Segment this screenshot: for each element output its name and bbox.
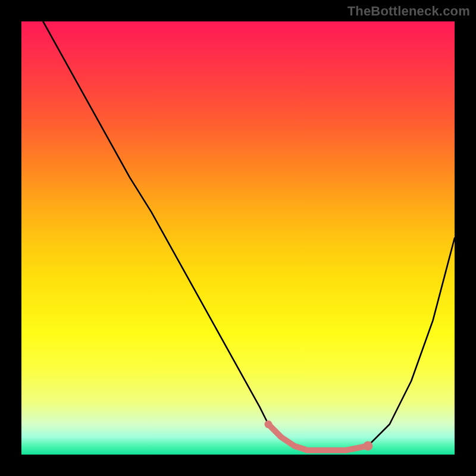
plot-area: [21, 21, 455, 455]
highlight-dot: [363, 441, 372, 450]
curve-svg: [21, 21, 455, 455]
highlight-segment: [268, 424, 368, 450]
highlight-dots: [264, 421, 372, 451]
chart-container: TheBottleneck.com: [0, 0, 476, 476]
watermark-label: TheBottleneck.com: [347, 4, 470, 19]
highlight-dot: [264, 421, 272, 428]
bottleneck-curve: [43, 21, 455, 450]
